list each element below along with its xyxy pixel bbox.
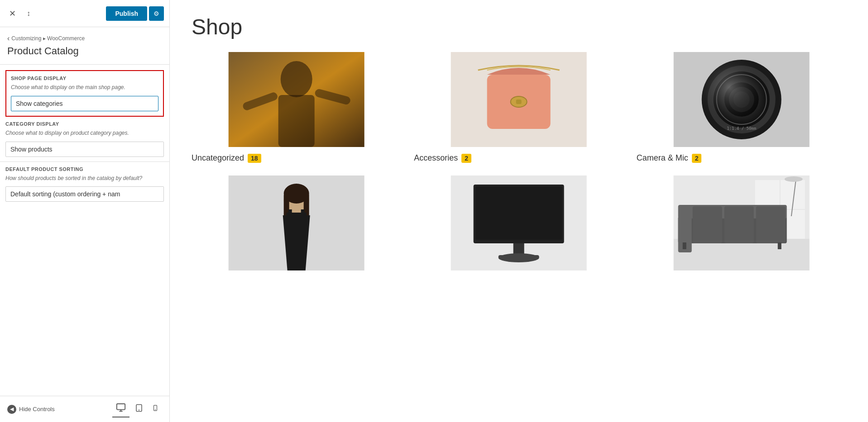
svg-rect-15 — [516, 100, 522, 104]
svg-rect-0 — [117, 404, 125, 410]
svg-text:1:1.4 / 50mm: 1:1.4 / 50mm — [727, 126, 756, 131]
product-name-accessories: Accessories 2 — [414, 153, 623, 163]
desktop-device-button[interactable] — [112, 401, 129, 417]
default-sorting-select[interactable]: Default sorting (custom ordering + nam S… — [5, 186, 164, 202]
svg-rect-32 — [288, 209, 292, 218]
settings-button[interactable]: ⚙ — [149, 6, 164, 21]
default-sorting-label: DEFAULT PRODUCT SORTING — [5, 166, 164, 172]
category-display-label: CATEGORY DISPLAY — [5, 121, 164, 127]
svg-rect-49 — [692, 206, 722, 243]
product-grid: Uncategorized 18 — [192, 52, 846, 277]
shop-page-display-desc: Choose what to display on the main shop … — [11, 84, 158, 91]
hide-controls-label: Hide Controls — [19, 406, 55, 413]
product-image-camera: 1:1.4 / 50mm — [637, 52, 846, 147]
back-button[interactable]: ‹ — [7, 34, 10, 43]
device-icons — [112, 401, 162, 417]
product-name-uncategorized: Uncategorized 18 — [192, 153, 401, 163]
shop-page-display-label: SHOP PAGE DISPLAY — [11, 76, 158, 81]
svg-rect-51 — [756, 206, 785, 243]
product-image-uncategorized — [192, 52, 401, 147]
svg-rect-36 — [475, 186, 562, 240]
default-sorting-desc: How should products be sorted in the cat… — [5, 175, 164, 182]
product-card[interactable]: Uncategorized 18 — [192, 52, 401, 163]
close-button[interactable]: ✕ — [5, 7, 19, 20]
svg-rect-33 — [301, 209, 305, 218]
left-panel: ✕ ↕ Publish ⚙ ‹ Customizing ▸ WooCommerc… — [0, 0, 170, 422]
product-card[interactable] — [192, 175, 401, 277]
product-card[interactable]: 1:1.4 / 50mm Camera & Mic 2 — [637, 52, 846, 163]
toolbar: ✕ ↕ Publish ⚙ — [0, 0, 169, 27]
product-card[interactable] — [414, 175, 623, 277]
shop-page-display-section: SHOP PAGE DISPLAY Choose what to display… — [5, 70, 164, 117]
breadcrumb-section: ‹ Customizing ▸ WooCommerce — [0, 27, 169, 45]
category-display-section: CATEGORY DISPLAY Choose what to display … — [0, 117, 169, 161]
product-image-dress — [192, 175, 401, 270]
svg-rect-53 — [777, 242, 781, 249]
category-display-select[interactable]: Show products Show subcategories Show bo… — [5, 142, 164, 157]
product-card[interactable]: Accessories 2 — [414, 52, 623, 163]
product-badge-uncategorized: 18 — [248, 154, 261, 163]
svg-point-55 — [784, 176, 802, 182]
mobile-device-button[interactable] — [149, 401, 162, 417]
svg-rect-50 — [724, 206, 753, 243]
svg-point-8 — [281, 61, 312, 97]
panel-title: Product Catalog — [0, 45, 169, 64]
svg-rect-45 — [673, 239, 809, 270]
tablet-device-button[interactable] — [131, 401, 147, 417]
category-display-desc: Choose what to display on product catego… — [5, 129, 164, 137]
product-badge-camera: 2 — [692, 154, 702, 163]
hide-controls-button[interactable]: ◀ Hide Controls — [7, 405, 55, 414]
panel-content: SHOP PAGE DISPLAY Choose what to display… — [0, 65, 169, 396]
product-image-sofa — [637, 175, 846, 270]
svg-rect-39 — [499, 255, 539, 259]
product-image-monitor — [414, 175, 623, 270]
svg-rect-52 — [682, 242, 686, 249]
product-card[interactable] — [637, 175, 846, 277]
svg-rect-37 — [513, 243, 524, 255]
shop-page-display-select[interactable]: Show categories Show products Show both — [11, 96, 158, 111]
svg-rect-9 — [278, 95, 315, 147]
reorder-button[interactable]: ↕ — [23, 8, 34, 19]
back-icon: ‹ — [7, 34, 10, 43]
bottom-bar: ◀ Hide Controls — [0, 396, 169, 422]
publish-button[interactable]: Publish — [106, 6, 147, 21]
product-image-accessories — [414, 52, 623, 147]
product-name-camera: Camera & Mic 2 — [637, 153, 846, 163]
shop-title: Shop — [192, 14, 846, 39]
breadcrumb: Customizing ▸ WooCommerce — [11, 35, 85, 42]
default-sorting-section: DEFAULT PRODUCT SORTING How should produ… — [0, 162, 169, 207]
hide-controls-icon: ◀ — [7, 405, 16, 414]
right-panel: Shop — [170, 0, 868, 422]
product-badge-accessories: 2 — [461, 154, 471, 163]
